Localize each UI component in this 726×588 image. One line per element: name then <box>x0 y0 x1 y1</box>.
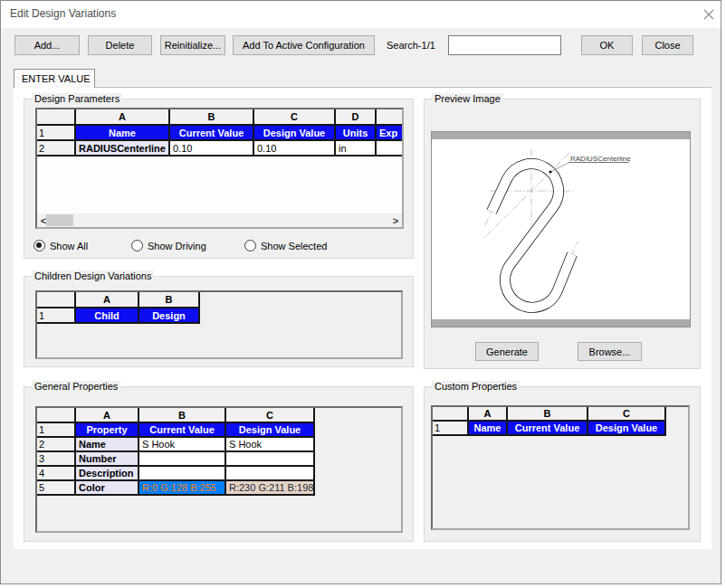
add-to-active-configuration-button[interactable]: Add To Active Configuration <box>233 35 375 55</box>
grid-corner-cell[interactable] <box>433 407 469 422</box>
radio-label: Show Driving <box>148 241 206 251</box>
grid-label-cell[interactable]: Number <box>76 452 139 467</box>
design-parameters-grid[interactable]: ABCD1NameCurrent ValueDesign ValueUnitsE… <box>35 108 404 229</box>
grid-column-letter[interactable]: C <box>588 407 666 422</box>
grid-column-letter[interactable] <box>377 109 404 126</box>
grid-header-cell[interactable]: Design <box>139 308 200 324</box>
grid-value-cell[interactable]: 0.10 <box>254 141 336 156</box>
search-input[interactable] <box>448 35 561 55</box>
children-design-variations-grid[interactable]: AB1ChildDesign <box>35 290 403 359</box>
grid-row-number[interactable]: 2 <box>37 438 76 452</box>
reinitialize-button[interactable]: Reinitialize... <box>160 35 225 55</box>
delete-button[interactable]: Delete <box>88 35 152 55</box>
grid-value-cell[interactable]: 0.10 <box>170 141 254 156</box>
grid-row-number[interactable]: 4 <box>37 467 76 481</box>
group-label-general: General Properties <box>32 381 120 393</box>
s-hook-drawing: RADIUSCenterline <box>432 139 690 319</box>
radio-unselected-icon[interactable] <box>131 240 143 251</box>
grid-table: ABC1NameCurrent ValueDesign Value <box>433 407 688 436</box>
grid-column-letter[interactable]: C <box>226 408 315 423</box>
custom-properties-grid[interactable]: ABC1NameCurrent ValueDesign Value <box>431 405 690 530</box>
close-icon[interactable] <box>695 0 721 28</box>
browse-button[interactable]: Browse... <box>578 342 642 361</box>
grid-table: ABCD1NameCurrent ValueDesign ValueUnitsE… <box>37 109 402 156</box>
grid-column-letter[interactable]: A <box>76 408 139 423</box>
grid-row-number[interactable]: 5 <box>37 481 76 496</box>
add-button[interactable]: Add... <box>14 35 80 55</box>
grid-header-cell[interactable]: Name <box>76 126 170 141</box>
grid-column-letter[interactable]: A <box>76 109 170 126</box>
grid-row-number[interactable]: 1 <box>37 126 76 141</box>
design-parameters-hscrollbar[interactable]: < > <box>37 213 402 227</box>
grid-label-cell[interactable]: Color <box>76 481 139 496</box>
grid-corner-cell[interactable] <box>37 408 76 423</box>
grid-header-cell[interactable]: Exp <box>377 126 404 141</box>
grid-row-number[interactable]: 2 <box>37 141 76 156</box>
close-button[interactable]: Close <box>642 35 693 55</box>
grid-value-cell[interactable] <box>377 141 404 156</box>
radio-selected-icon[interactable] <box>33 240 45 251</box>
grid-header-cell[interactable]: Current Value <box>508 422 588 436</box>
grid-table: AB1ChildDesign <box>37 292 401 324</box>
grid-value-cell[interactable] <box>226 452 315 467</box>
close-x-glyph <box>703 9 714 20</box>
grid-label-cell[interactable]: Name <box>76 438 139 452</box>
grid-row-number[interactable]: 1 <box>433 422 469 436</box>
grid-color-cell[interactable]: R:0 G:128 B:255 <box>139 481 226 496</box>
grid-label-cell[interactable]: RADIUSCenterline <box>76 141 170 156</box>
scroll-thumb[interactable] <box>46 214 73 226</box>
preview-letterbox-top <box>432 132 690 139</box>
grid-column-letter[interactable]: D <box>336 109 377 126</box>
grid-header-cell[interactable]: Units <box>336 126 377 141</box>
grid-value-cell[interactable]: S Hook <box>139 438 226 452</box>
grid-corner-cell[interactable] <box>37 292 76 308</box>
radio-show-all[interactable]: Show All <box>33 240 88 251</box>
radio-show-driving[interactable]: Show Driving <box>131 240 206 251</box>
grid-header-cell[interactable]: Property <box>76 423 139 438</box>
grid-column-letter[interactable]: B <box>139 292 200 308</box>
grid-column-letter[interactable]: B <box>139 408 226 423</box>
grid-header-cell[interactable]: Design Value <box>254 126 336 141</box>
title-bar: Edit Design Variations <box>0 0 721 28</box>
grid-header-cell[interactable]: Current Value <box>139 423 226 438</box>
grid-value-cell[interactable] <box>139 452 226 467</box>
grid-row-number[interactable]: 1 <box>37 308 76 324</box>
grid-column-letter[interactable]: B <box>508 407 588 422</box>
preview-letterbox-bottom <box>432 319 690 327</box>
grid-header-cell[interactable]: Current Value <box>170 126 254 141</box>
grid-header-cell[interactable]: Design Value <box>226 423 315 438</box>
grid-value-cell[interactable] <box>139 467 226 481</box>
grid-label-cell[interactable]: Description <box>76 467 139 481</box>
grid-corner-cell[interactable] <box>37 109 76 126</box>
preview-image: RADIUSCenterline <box>431 131 691 327</box>
general-properties-grid[interactable]: ABC1PropertyCurrent ValueDesign Value2Na… <box>35 406 403 533</box>
edit-design-variations-dialog: Edit Design Variations Add... Delete Rei… <box>0 0 721 584</box>
grid-column-letter[interactable]: B <box>170 109 254 126</box>
grid-row-number[interactable]: 1 <box>37 423 76 438</box>
grid-header-cell[interactable]: Name <box>469 422 508 436</box>
grid-value-cell[interactable]: in <box>336 141 377 156</box>
scroll-right-icon[interactable]: > <box>389 213 402 227</box>
grid-column-letter[interactable]: A <box>469 407 508 422</box>
grid-table: ABC1PropertyCurrent ValueDesign Value2Na… <box>37 408 401 496</box>
grid-row-number[interactable]: 3 <box>37 452 76 467</box>
grid-value-cell[interactable] <box>226 467 315 481</box>
leader-dot <box>549 170 551 173</box>
radio-label: Show All <box>50 241 88 251</box>
grid-header-cell[interactable]: Design Value <box>588 422 666 436</box>
radio-show-selected[interactable]: Show Selected <box>244 240 327 251</box>
window-title: Edit Design Variations <box>10 7 116 20</box>
ok-button[interactable]: OK <box>581 35 633 55</box>
grid-header-cell[interactable]: Child <box>76 308 139 324</box>
tab-enter-value[interactable]: ENTER VALUE <box>14 69 95 88</box>
grid-color-cell[interactable]: R:230 G:211 B:198 <box>226 481 315 496</box>
generate-button[interactable]: Generate <box>475 342 539 361</box>
radio-unselected-icon[interactable] <box>244 240 256 251</box>
grid-value-cell[interactable]: S Hook <box>226 438 315 452</box>
grid-column-letter[interactable]: C <box>254 109 336 126</box>
radio-label: Show Selected <box>261 241 327 251</box>
grid-column-letter[interactable]: A <box>76 292 139 308</box>
group-label-design-parameters: Design Parameters <box>32 93 122 105</box>
group-label-preview: Preview Image <box>432 93 503 105</box>
group-label-custom: Custom Properties <box>432 381 520 393</box>
